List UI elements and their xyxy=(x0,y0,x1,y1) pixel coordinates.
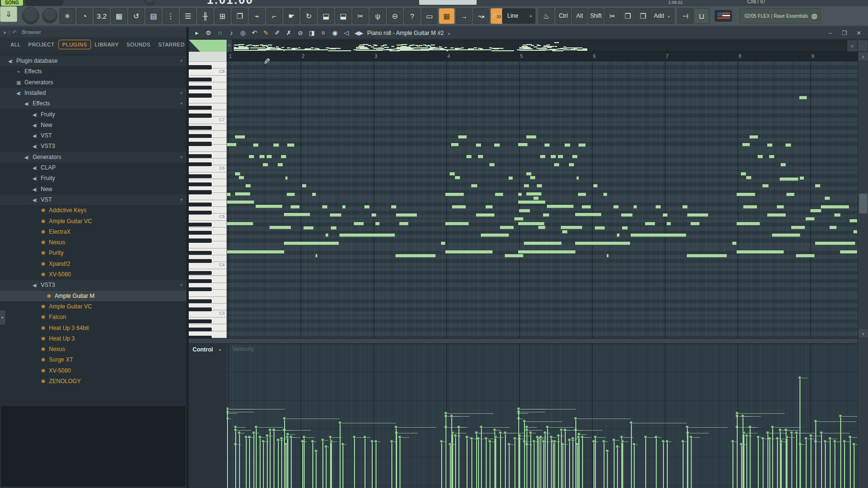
cut-button[interactable]: ✂ xyxy=(353,8,368,24)
control-lane-header[interactable]: Control ▸ xyxy=(189,344,227,488)
midi-note[interactable] xyxy=(799,96,807,100)
velocity-handle[interactable] xyxy=(766,431,769,434)
tree-item-ample-guitar-m[interactable]: ❋Ample Guitar M xyxy=(0,291,186,301)
velocity-stem[interactable] xyxy=(249,437,250,488)
velocity-handle[interactable] xyxy=(493,428,496,431)
midi-note[interactable] xyxy=(594,226,605,230)
velocity-handle[interactable] xyxy=(262,440,265,443)
velocity-handle[interactable] xyxy=(480,425,483,429)
velocity-stem[interactable] xyxy=(763,439,764,488)
midi-note[interactable] xyxy=(396,213,417,217)
velocity-handle[interactable] xyxy=(494,435,497,439)
midi-note[interactable] xyxy=(245,184,251,188)
midi-note[interactable] xyxy=(325,233,329,237)
paste-button[interactable]: ❒ xyxy=(635,8,651,24)
velocity-handle[interactable] xyxy=(546,425,549,429)
velocity-handle[interactable] xyxy=(574,417,577,420)
velocity-handle[interactable] xyxy=(448,443,452,446)
piano-roll-titlebar[interactable]: ▸⚙∩♪◎↶✎✐✗⊘◨⌗◉◁ ◀▶Piano roll - Ample Guit… xyxy=(189,27,868,39)
velocity-stem[interactable] xyxy=(441,442,442,488)
midi-note[interactable] xyxy=(829,226,837,229)
midi-note[interactable] xyxy=(834,213,841,217)
velocity-stem[interactable] xyxy=(291,437,292,488)
velocity-handle[interactable] xyxy=(341,443,344,446)
midi-note[interactable] xyxy=(445,193,464,196)
pr-delete-tool[interactable]: ✗ xyxy=(284,28,294,38)
velocity-stem[interactable] xyxy=(844,442,845,488)
velocity-stem[interactable] xyxy=(854,444,855,488)
midi-note[interactable] xyxy=(562,230,568,234)
midi-note[interactable] xyxy=(259,155,265,159)
pr-stamp-tool[interactable]: ♪ xyxy=(226,28,237,38)
language-flag-icon[interactable] xyxy=(715,10,732,22)
velocity-handle[interactable] xyxy=(833,440,836,443)
velocity-stem[interactable] xyxy=(284,419,285,488)
velocity-stem[interactable] xyxy=(607,451,608,488)
pr-mute-tool[interactable]: ⊘ xyxy=(295,28,306,38)
midi-note[interactable] xyxy=(558,155,563,159)
velocity-stem[interactable] xyxy=(750,427,751,488)
velocity-handle[interactable] xyxy=(513,437,516,440)
velocity-handle[interactable] xyxy=(370,440,374,443)
midi-note[interactable] xyxy=(330,213,342,217)
velocity-handle[interactable] xyxy=(374,440,377,443)
midi-note[interactable] xyxy=(742,143,750,147)
velocity-handle[interactable] xyxy=(302,435,306,439)
black-key[interactable] xyxy=(189,93,212,97)
velocity-stem[interactable] xyxy=(322,440,323,488)
collapse-arrow-icon[interactable]: ▾ xyxy=(180,194,183,205)
velocity-stem[interactable] xyxy=(604,442,605,488)
velocity-handle[interactable] xyxy=(839,414,842,418)
collapse-arrow-icon[interactable]: ▾ xyxy=(180,152,183,162)
velocity-handle[interactable] xyxy=(665,440,669,443)
playlist-button[interactable]: ◔ xyxy=(77,8,92,24)
velocity-stem[interactable] xyxy=(455,436,456,488)
midi-note[interactable] xyxy=(796,254,815,258)
velocity-handle[interactable] xyxy=(798,376,801,379)
preview-scroll-right-button[interactable]: > xyxy=(847,40,857,52)
record-audio-button[interactable]: ψ xyxy=(370,8,386,24)
tree-item-xv-5080[interactable]: ❋XV-5080 xyxy=(0,269,186,280)
midi-note[interactable] xyxy=(767,143,773,147)
midi-note[interactable] xyxy=(287,143,295,147)
velocity-stem[interactable] xyxy=(815,421,816,488)
velocity-handle[interactable] xyxy=(771,425,774,429)
velocity-handle[interactable] xyxy=(234,428,237,431)
velocity-handle[interactable] xyxy=(444,411,447,415)
tree-item-xpand-2[interactable]: ❋Xpand!2 xyxy=(0,259,186,269)
tree-item-generators[interactable]: ◀:Generators▾ xyxy=(0,152,186,162)
midi-note[interactable] xyxy=(633,205,637,209)
black-key[interactable] xyxy=(189,251,212,255)
velocity-stem[interactable] xyxy=(569,440,570,488)
velocity-handle[interactable] xyxy=(620,435,623,439)
midi-note[interactable] xyxy=(445,222,469,226)
velocity-handle[interactable] xyxy=(740,443,743,446)
velocity-handle[interactable] xyxy=(398,435,401,439)
midi-note[interactable] xyxy=(526,192,542,196)
velocity-handle[interactable] xyxy=(644,435,647,439)
velocity-stem[interactable] xyxy=(376,442,377,488)
midi-note[interactable] xyxy=(399,222,409,226)
velocity-stem[interactable] xyxy=(253,433,254,488)
velocity-handle[interactable] xyxy=(507,443,511,446)
midi-note[interactable] xyxy=(762,184,769,188)
black-key[interactable] xyxy=(189,154,212,158)
shift-key-button[interactable]: Shift xyxy=(588,8,604,24)
midi-note[interactable] xyxy=(255,204,283,208)
velocity-stem[interactable] xyxy=(354,437,355,488)
velocity-handle[interactable] xyxy=(353,435,356,439)
note-preview-strip[interactable] xyxy=(227,40,847,52)
velocity-stem[interactable] xyxy=(825,442,826,488)
song-mode-badge[interactable]: SONG xyxy=(1,0,23,6)
velocity-handle[interactable] xyxy=(828,437,832,440)
black-key[interactable] xyxy=(189,182,212,186)
velocity-handle[interactable] xyxy=(330,440,333,443)
velocity-stem[interactable] xyxy=(767,433,768,488)
velocity-handle[interactable] xyxy=(616,445,619,448)
velocity-stem[interactable] xyxy=(645,437,646,488)
midi-note[interactable] xyxy=(582,205,591,209)
midi-note[interactable] xyxy=(508,176,513,180)
velocity-stem[interactable] xyxy=(834,442,835,488)
preview-options-button[interactable]: · xyxy=(857,40,868,52)
midi-note[interactable] xyxy=(331,226,337,230)
